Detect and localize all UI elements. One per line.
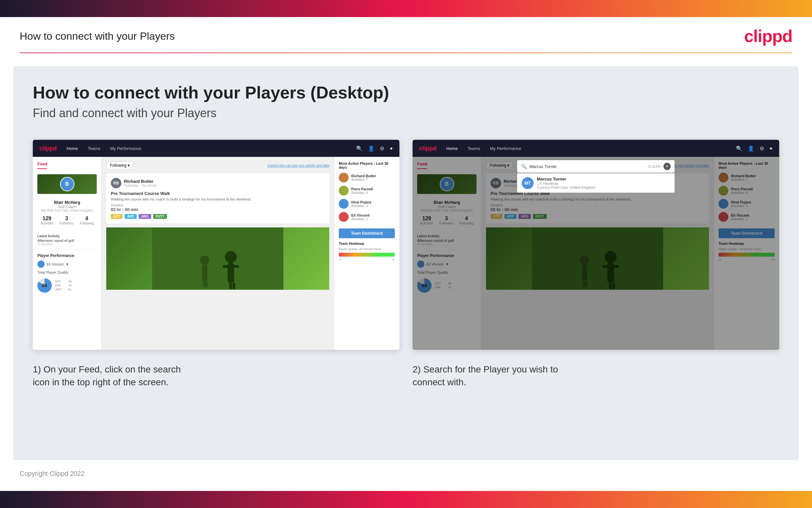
profile-avatar: B: [60, 177, 75, 191]
team-heatmap-title: Team Heatmap: [339, 242, 395, 246]
player-performance-sidebar: Player Performance Eli Vincent ▼ Total P…: [37, 250, 97, 293]
search-icon[interactable]: 🔍: [356, 145, 363, 152]
caption-1: 1) On your Feed, click on the searchicon…: [33, 350, 399, 395]
activity-desc: Walking the course with my coach to buil…: [111, 197, 325, 201]
avatar-icon[interactable]: ●: [390, 145, 393, 151]
page-title: How to connect with your Players: [20, 30, 175, 42]
player-name-3: Hiral Pujara: [351, 200, 371, 204]
profile-banner: B: [37, 174, 97, 194]
followers-count: 3: [60, 216, 74, 221]
top-bar: [0, 0, 812, 17]
nav-performance[interactable]: My Performance: [110, 146, 141, 151]
badge-ott: OTT: [111, 214, 123, 219]
golfer-image-1: [106, 227, 329, 290]
activity-avatar: RB: [111, 178, 121, 188]
activities-label: Activities: [40, 221, 53, 225]
nav-home[interactable]: Home: [66, 146, 78, 151]
activity-name: Richard Butler: [124, 179, 157, 184]
screenshot-1-block: clippd Home Teams My Performance 🔍 👤 ⚙ ●: [33, 140, 399, 395]
profile-role: Golf Coach: [37, 205, 97, 209]
player-dropdown-icon: ▼: [65, 262, 69, 266]
main-title: How to connect with your Players (Deskto…: [33, 83, 779, 102]
search-input-row: 🔍 Marcus Turner CLEAR ✕: [517, 160, 675, 173]
nav-performance-2[interactable]: My Performance: [490, 146, 521, 151]
app-right-1: Most Active Players - Last 30 days Richa…: [334, 157, 399, 350]
caption-2: 2) Search for the Player you wish toconn…: [413, 350, 779, 395]
svg-rect-5: [233, 283, 235, 289]
activities-count: 129: [40, 216, 53, 221]
team-dashboard-btn[interactable]: Team Dashboard: [339, 228, 395, 238]
caption-text-2: 2) Search for the Player you wish toconn…: [413, 363, 779, 388]
app-main-1: Following ▾ Control who can see your act…: [102, 157, 334, 350]
player-activities-2: Activities: 4: [351, 191, 373, 195]
quality-bars: OTT 79 APP 70: [55, 280, 71, 292]
player-item-4: Eli Vincent Activities: 1: [339, 212, 395, 222]
player-select[interactable]: Eli Vincent ▼: [37, 261, 97, 268]
nav-icons: 🔍 👤 ⚙ ●: [356, 145, 393, 152]
search-result-handicap: 1-5 Handicap: [537, 181, 595, 185]
svg-rect-0: [152, 227, 283, 290]
following-btn[interactable]: Following ▾: [106, 162, 133, 169]
activity-card: RB Richard Butler Yesterday · The Grove …: [106, 173, 329, 223]
activity-duration: Duration 02 hr : 00 min: [111, 203, 325, 212]
activity-user: RB Richard Butler Yesterday · The Grove: [111, 178, 325, 188]
svg-rect-7: [202, 265, 207, 281]
active-players-title: Most Active Players - Last 30 days: [339, 162, 395, 169]
app-nav-1: clippd Home Teams My Performance 🔍 👤 ⚙ ●: [33, 140, 399, 157]
settings-icon-2[interactable]: ⚙: [760, 145, 764, 152]
player-mini-avatar: [37, 261, 45, 268]
avatar-icon-2[interactable]: ●: [769, 145, 773, 151]
svg-rect-8: [203, 281, 205, 287]
svg-rect-9: [206, 281, 207, 287]
following-header: Following ▾ Control who can see your act…: [106, 162, 329, 169]
close-search-button[interactable]: ✕: [663, 163, 671, 170]
badge-app: APP: [125, 214, 137, 219]
player-avatar-3: [339, 199, 349, 209]
following-label: Following: [80, 221, 93, 225]
svg-point-6: [200, 256, 209, 265]
nav-teams-2[interactable]: Teams: [468, 146, 480, 151]
nav-teams[interactable]: Teams: [88, 146, 100, 151]
search-query-text[interactable]: Marcus Turner: [529, 164, 646, 169]
caption-text-1: 1) On your Feed, click on the searchicon…: [33, 363, 399, 388]
heatmap-max: +5: [392, 258, 395, 261]
followers-label: Followers: [60, 221, 74, 225]
player-activities-1: Activities: 7: [351, 178, 376, 181]
search-icon-2[interactable]: 🔍: [736, 145, 743, 152]
heatmap-bar: [339, 253, 395, 257]
profile-club: Mill Ride Golf Club, United Kingdom: [37, 209, 97, 212]
app-body-1: Feed B Blair McHarg Golf Coach Mill Ride…: [33, 157, 399, 350]
quality-label: Total Player Quality: [37, 270, 97, 274]
copyright: Copyright Clippd 2022: [20, 470, 85, 477]
header: How to connect with your Players clippd: [0, 17, 812, 52]
player-name-1: Richard Butler: [351, 174, 376, 178]
player-activities-4: Activities: 1: [351, 217, 370, 221]
player-item-2: Piers Parnell Activities: 4: [339, 186, 395, 196]
badge-row: OTT APP ARG PUTT: [111, 214, 325, 219]
person-icon[interactable]: 👤: [368, 145, 375, 152]
player-item-1: Richard Butler Activities: 7: [339, 173, 395, 182]
heatmap-labels: -5 +5: [339, 258, 395, 261]
control-link[interactable]: Control who can see your activity and da…: [268, 164, 329, 167]
quality-circle: 84: [37, 278, 52, 293]
search-result-card[interactable]: MT Marcus Turner 1-5 Handicap Cypress Po…: [517, 173, 675, 193]
settings-icon[interactable]: ⚙: [380, 145, 384, 152]
profile-stats: 129 Activities 3 Followers 4 Following: [37, 216, 97, 225]
screenshots-container: clippd Home Teams My Performance 🔍 👤 ⚙ ●: [33, 140, 779, 395]
bottom-bar: [0, 491, 812, 508]
profile-card: Blair McHarg Golf Coach Mill Ride Golf C…: [37, 197, 97, 232]
following-count: 4: [80, 216, 93, 221]
person-icon-2[interactable]: 👤: [748, 145, 754, 152]
player-performance-title: Player Performance: [37, 253, 97, 258]
app-sidebar-1: Feed B Blair McHarg Golf Coach Mill Ride…: [33, 157, 102, 350]
search-icon-overlay: 🔍: [521, 164, 527, 169]
clear-button[interactable]: CLEAR: [648, 165, 661, 168]
nav-home-2[interactable]: Home: [446, 146, 458, 151]
app-nav-logo-2: clippd: [419, 145, 436, 152]
screenshot-1-frame: clippd Home Teams My Performance 🔍 👤 ⚙ ●: [33, 140, 399, 350]
feed-tab[interactable]: Feed: [37, 162, 47, 169]
app-nav-2: clippd Home Teams My Performance 🔍 👤 ⚙ ●: [413, 140, 779, 157]
screenshot-2-frame: clippd Home Teams My Performance 🔍 👤 ⚙ ●: [413, 140, 779, 350]
latest-activity: Latest Activity Afternoon round of golf …: [37, 234, 97, 246]
badge-arg: ARG: [139, 214, 151, 219]
